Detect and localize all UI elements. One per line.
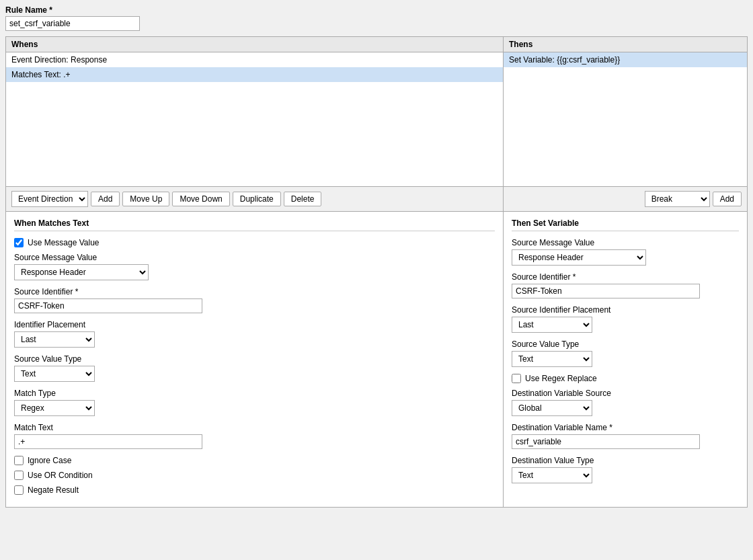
source-identifier-input[interactable]: [14, 298, 202, 313]
match-type-select[interactable]: Regex Exact Contains: [14, 400, 95, 416]
then-source-identifier-row: Source Identifier *: [512, 272, 739, 298]
identifier-placement-select[interactable]: Last First All: [14, 331, 95, 348]
then-details: Then Set Variable Source Message Value R…: [504, 212, 747, 497]
ignore-case-checkbox[interactable]: [14, 456, 24, 465]
ignore-case-label: Ignore Case: [28, 456, 71, 465]
when-move-down-button[interactable]: Move Down: [172, 192, 229, 206]
use-or-condition-row: Use OR Condition: [14, 471, 495, 480]
when-delete-button[interactable]: Delete: [284, 192, 322, 206]
then-source-value-type-label: Source Value Type: [512, 339, 739, 349]
destination-variable-name-input[interactable]: [512, 434, 700, 449]
when-details: When Matches Text Use Message Value Sour…: [6, 212, 503, 507]
when-move-up-button[interactable]: Move Up: [122, 192, 169, 206]
when-type-dropdown[interactable]: Event Direction Matches Text Header: [11, 191, 88, 207]
match-type-label: Match Type: [14, 389, 495, 398]
use-regex-replace-label: Use Regex Replace: [525, 374, 597, 383]
negate-result-checkbox[interactable]: [14, 485, 24, 495]
when-toolbar: Event Direction Matches Text Header Add …: [6, 187, 503, 212]
then-source-message-value-label: Source Message Value: [512, 238, 739, 247]
match-text-row: Match Text: [14, 423, 495, 449]
negate-result-row: Negate Result: [14, 485, 495, 495]
use-regex-replace-row: Use Regex Replace: [512, 374, 739, 383]
destination-value-type-row: Destination Value Type Text Regex Number: [512, 456, 739, 483]
use-or-condition-checkbox[interactable]: [14, 471, 24, 480]
main-panels: Whens Event Direction: Response Matches …: [5, 36, 748, 508]
match-text-input[interactable]: [14, 434, 202, 449]
use-message-value-row: Use Message Value: [14, 238, 495, 247]
main-container: Rule Name * Whens Event Direction: Respo…: [0, 0, 753, 560]
use-or-condition-label: Use OR Condition: [28, 471, 93, 480]
then-source-message-value-select[interactable]: Response Header Request Header Body: [512, 249, 646, 266]
then-source-identifier-label: Source Identifier *: [512, 272, 739, 282]
source-message-value-row: Source Message Value Response Header Req…: [14, 253, 495, 280]
source-value-type-row: Source Value Type Text Regex Number: [14, 354, 495, 382]
use-regex-replace-checkbox[interactable]: [512, 374, 521, 383]
match-type-row: Match Type Regex Exact Contains: [14, 389, 495, 416]
left-panel: Whens Event Direction: Response Matches …: [6, 37, 504, 507]
destination-variable-name-row: Destination Variable Name *: [512, 423, 739, 449]
then-toolbar: Break Set Variable Add Header Add: [504, 187, 747, 212]
then-add-button[interactable]: Add: [713, 192, 742, 206]
use-message-value-checkbox[interactable]: [14, 238, 24, 247]
when-details-title: When Matches Text: [14, 218, 495, 231]
then-source-message-value-row: Source Message Value Response Header Req…: [512, 238, 739, 266]
match-text-label: Match Text: [14, 423, 495, 432]
thens-header: Thens: [504, 37, 747, 52]
destination-variable-source-label: Destination Variable Source: [512, 389, 739, 398]
then-source-value-type-row: Source Value Type Text Regex Number: [512, 339, 739, 367]
rule-name-section: Rule Name *: [5, 5, 748, 31]
when-item-0[interactable]: Event Direction: Response: [6, 52, 503, 67]
source-message-value-label: Source Message Value: [14, 253, 495, 262]
negate-result-label: Negate Result: [28, 485, 79, 495]
then-item-0[interactable]: Set Variable: {{g:csrf_variable}}: [504, 52, 747, 67]
source-value-type-label: Source Value Type: [14, 354, 495, 364]
use-message-value-label: Use Message Value: [28, 238, 100, 247]
destination-variable-name-label: Destination Variable Name *: [512, 423, 739, 432]
when-list[interactable]: Event Direction: Response Matches Text: …: [6, 52, 503, 187]
source-message-value-select[interactable]: Response Header Request Header Body: [14, 264, 149, 280]
identifier-placement-row: Identifier Placement Last First All: [14, 320, 495, 348]
then-details-title: Then Set Variable: [512, 218, 739, 231]
then-type-dropdown[interactable]: Break Set Variable Add Header: [645, 191, 710, 207]
when-duplicate-button[interactable]: Duplicate: [233, 192, 281, 206]
then-source-identifier-input[interactable]: [512, 284, 700, 298]
destination-variable-source-row: Destination Variable Source Global Sessi…: [512, 389, 739, 416]
source-identifier-row: Source Identifier *: [14, 287, 495, 313]
ignore-case-row: Ignore Case: [14, 456, 495, 465]
when-add-button[interactable]: Add: [91, 192, 120, 206]
rule-name-input[interactable]: [5, 16, 140, 31]
destination-value-type-select[interactable]: Text Regex Number: [512, 467, 592, 483]
then-source-identifier-placement-select[interactable]: Last First All: [512, 317, 592, 333]
identifier-placement-label: Identifier Placement: [14, 320, 495, 329]
right-panel: Thens Set Variable: {{g:csrf_variable}} …: [504, 37, 747, 507]
destination-value-type-label: Destination Value Type: [512, 456, 739, 465]
then-list[interactable]: Set Variable: {{g:csrf_variable}}: [504, 52, 747, 187]
whens-header: Whens: [6, 37, 503, 52]
destination-variable-source-select[interactable]: Global Session Local: [512, 400, 592, 416]
when-item-1[interactable]: Matches Text: .+: [6, 67, 503, 82]
source-value-type-select[interactable]: Text Regex Number: [14, 366, 95, 382]
rule-name-label: Rule Name *: [5, 5, 748, 15]
source-identifier-label: Source Identifier *: [14, 287, 495, 296]
then-source-identifier-placement-label: Source Identifier Placement: [512, 305, 739, 315]
then-source-value-type-select[interactable]: Text Regex Number: [512, 351, 592, 367]
then-source-identifier-placement-row: Source Identifier Placement Last First A…: [512, 305, 739, 333]
